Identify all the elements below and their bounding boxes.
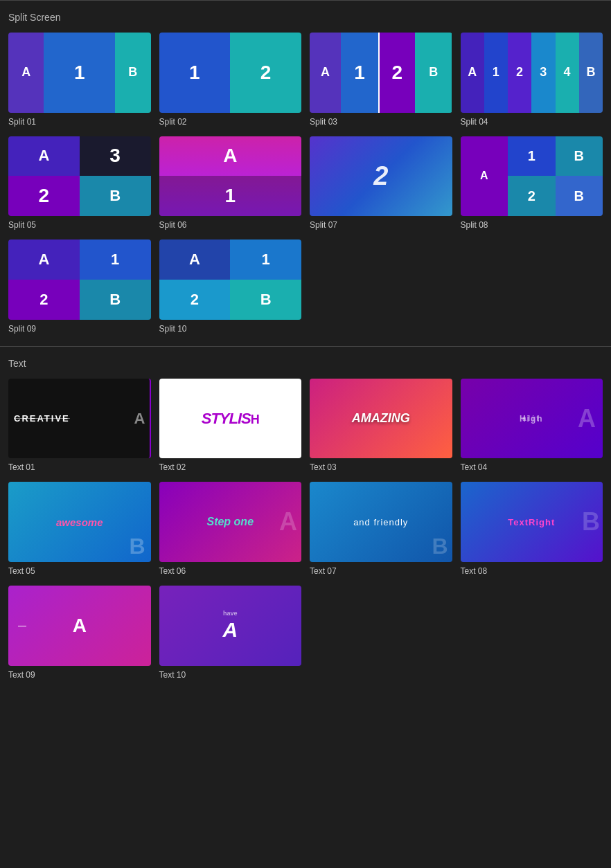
text-03-amazing: AMAZING <box>352 411 410 426</box>
split-08-item[interactable]: A 1 B 2 B Split 08 <box>461 136 603 230</box>
split-06-item[interactable]: A 1 Split 06 <box>159 136 302 230</box>
text-10-thumb: have A <box>159 586 302 666</box>
split-05-item[interactable]: A 3 2 B Split 05 <box>8 136 151 230</box>
text-10-a: A <box>222 618 238 642</box>
split-screen-section: Split Screen A 1 B Split 01 1 2 Split 02 <box>0 0 611 339</box>
text-07-item[interactable]: and friendly B Text 07 <box>310 482 452 576</box>
text-05-label: Text 05 <box>8 566 151 576</box>
split-02-item[interactable]: 1 2 Split 02 <box>159 33 302 127</box>
text-01-thumb: CREATIVE A <box>8 379 151 459</box>
split-03-thumb: A 1 2 B <box>310 33 452 113</box>
split-06-label: Split 06 <box>159 220 302 230</box>
text-05-awesome: awesome <box>56 516 103 528</box>
text-section: Text CREATIVE A Text 01 STYLISH Text 02 … <box>0 346 611 685</box>
split-02-thumb: 1 2 <box>159 33 302 113</box>
split-07-item[interactable]: 2 Split 07 <box>310 136 452 230</box>
text-06-thumb: Step one A <box>159 482 302 562</box>
split-10-item[interactable]: A 1 2 B Split 10 <box>159 239 302 334</box>
text-grid: CREATIVE A Text 01 STYLISH Text 02 AMAZI… <box>8 379 603 680</box>
text-01-label: Text 01 <box>8 462 151 472</box>
text-02-item[interactable]: STYLISH Text 02 <box>159 379 302 473</box>
split-03-label: Split 03 <box>310 117 452 127</box>
text-04-item[interactable]: High A alit Text 04 <box>461 379 603 473</box>
text-08-item[interactable]: TextRight B Text 08 <box>461 482 603 576</box>
split-02-label: Split 02 <box>159 117 302 127</box>
text-07-thumb: and friendly B <box>310 482 452 562</box>
text-01-creative: CREATIVE <box>14 413 70 424</box>
text-02-thumb: STYLISH <box>159 379 302 459</box>
text-07-friendly: and friendly <box>353 517 408 527</box>
text-02-label: Text 02 <box>159 462 302 472</box>
text-06-item[interactable]: Step one A Text 06 <box>159 482 302 576</box>
text-01-item[interactable]: CREATIVE A Text 01 <box>8 379 151 473</box>
text-09-a: A <box>73 615 87 637</box>
text-10-label: Text 10 <box>159 670 302 680</box>
text-09-thumb: — A <box>8 586 151 666</box>
split-04-thumb: A 1 2 3 4 B <box>461 33 603 113</box>
split-08-label: Split 08 <box>461 220 603 230</box>
split-09-thumb: A 1 2 B <box>8 239 151 320</box>
text-05-thumb: awesome B <box>8 482 151 562</box>
text-08-textright: TextRight <box>508 517 555 527</box>
text-08-label: Text 08 <box>461 566 603 576</box>
text-03-item[interactable]: AMAZING Text 03 <box>310 379 452 473</box>
split-06-thumb: A 1 <box>159 136 302 217</box>
split-04-label: Split 04 <box>461 117 603 127</box>
split-screen-grid: A 1 B Split 01 1 2 Split 02 A 1 <box>8 33 603 334</box>
split-01-item[interactable]: A 1 B Split 01 <box>8 33 151 127</box>
split-01-thumb: A 1 B <box>8 33 151 113</box>
text-10-item[interactable]: have A Text 10 <box>159 586 302 680</box>
text-05-item[interactable]: awesome B Text 05 <box>8 482 151 576</box>
text-09-item[interactable]: — A Text 09 <box>8 586 151 680</box>
split-03-item[interactable]: A 1 2 B Split 03 <box>310 33 452 127</box>
text-section-title: Text <box>8 358 603 369</box>
text-09-label: Text 09 <box>8 670 151 680</box>
split-09-label: Split 09 <box>8 324 151 334</box>
text-06-step: Step one <box>206 516 254 528</box>
split-05-label: Split 05 <box>8 220 151 230</box>
split-10-label: Split 10 <box>159 324 302 334</box>
split-07-thumb: 2 <box>310 136 452 217</box>
text-03-thumb: AMAZING <box>310 379 452 459</box>
text-08-thumb: TextRight B <box>461 482 603 562</box>
text-06-label: Text 06 <box>159 566 302 576</box>
text-02-stylish: STYLISH <box>202 410 259 428</box>
split-screen-title: Split Screen <box>8 12 603 23</box>
text-04-thumb: High A alit <box>461 379 603 459</box>
split-09-item[interactable]: A 1 2 B Split 09 <box>8 239 151 334</box>
split-08-thumb: A 1 B 2 B <box>461 136 603 217</box>
split-07-label: Split 07 <box>310 220 452 230</box>
split-05-thumb: A 3 2 B <box>8 136 151 217</box>
split-04-item[interactable]: A 1 2 3 4 B Split 04 <box>461 33 603 127</box>
text-04-label: Text 04 <box>461 462 603 472</box>
split-10-thumb: A 1 2 B <box>159 239 302 320</box>
text-03-label: Text 03 <box>310 462 452 472</box>
split-01-label: Split 01 <box>8 117 151 127</box>
text-07-label: Text 07 <box>310 566 452 576</box>
